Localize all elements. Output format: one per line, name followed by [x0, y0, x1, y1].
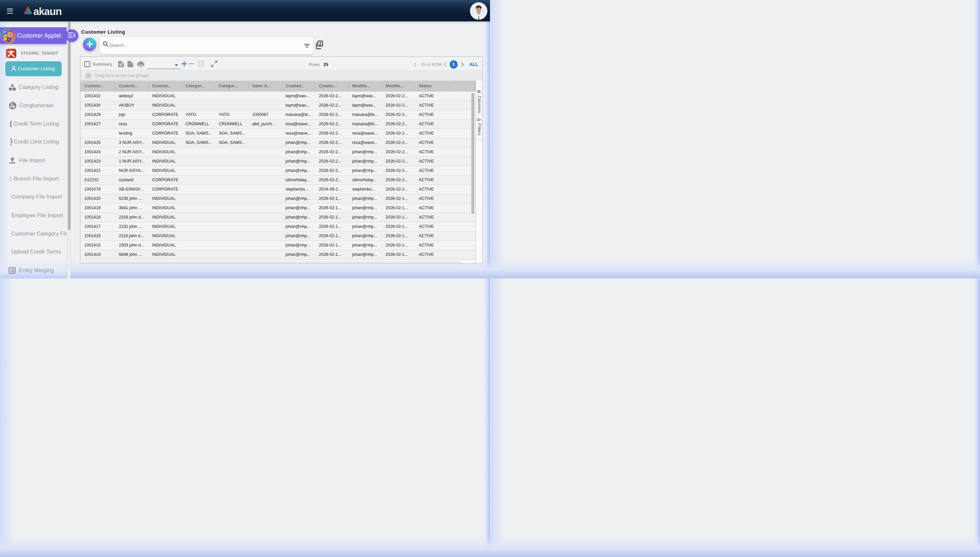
svg-text:2: 2: [319, 42, 321, 46]
